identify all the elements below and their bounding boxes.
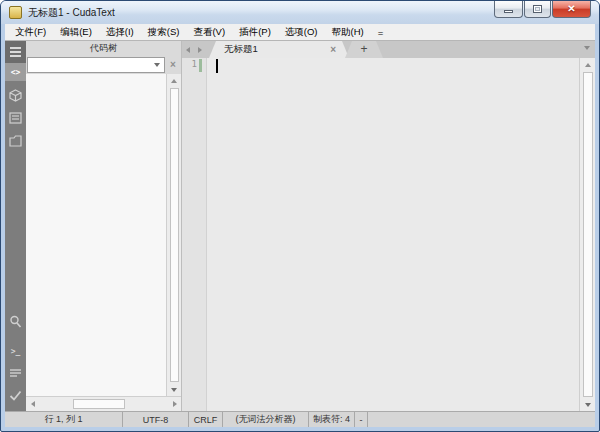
tabs-scroll-right-button[interactable] bbox=[194, 41, 206, 58]
project-icon bbox=[9, 89, 22, 102]
sidebar: <> bbox=[5, 41, 26, 411]
client-area: 文件(F) 编辑(E) 选择(I) 搜索(S) 查看(V) 插件(P) 选项(O… bbox=[5, 24, 595, 427]
arrow-down-icon bbox=[585, 403, 591, 407]
new-tab-button[interactable]: + bbox=[345, 41, 383, 58]
chevron-down-icon bbox=[154, 63, 160, 67]
arrow-left-icon bbox=[186, 47, 190, 53]
tab-label: 无标题1 bbox=[224, 43, 330, 56]
line-state-marker bbox=[199, 59, 202, 72]
status-lexer[interactable]: (无词法分析器) bbox=[223, 412, 309, 427]
status-filler bbox=[368, 412, 595, 427]
code-tree-vscrollbar[interactable] bbox=[166, 74, 181, 396]
sidebar-item-validate[interactable] bbox=[5, 385, 26, 405]
main-area: <> bbox=[5, 41, 595, 411]
editor-gutter: 1 bbox=[182, 58, 207, 411]
arrow-up-icon bbox=[171, 79, 177, 83]
scroll-down-button[interactable] bbox=[580, 398, 595, 411]
statusbar: 行 1, 列 1 UTF-8 CRLF (无词法分析器) 制表符: 4 - bbox=[5, 411, 595, 427]
maximize-button[interactable] bbox=[524, 1, 551, 18]
sidebar-item-project[interactable] bbox=[5, 85, 26, 105]
minimize-button[interactable] bbox=[494, 1, 523, 18]
scroll-up-button[interactable] bbox=[167, 74, 181, 87]
code-tree-icon: <> bbox=[11, 68, 21, 77]
file-icon bbox=[9, 135, 22, 147]
arrow-left-icon bbox=[31, 401, 35, 407]
code-tree-filter-combobox[interactable] bbox=[27, 57, 165, 73]
sidebar-menu-button[interactable] bbox=[5, 41, 26, 63]
window-controls: ✕ bbox=[493, 1, 591, 18]
editor-body: 1 bbox=[182, 58, 595, 411]
editor-vscrollbar[interactable] bbox=[579, 58, 595, 411]
code-tree-hscrollbar[interactable] bbox=[26, 396, 181, 411]
tab-close-icon[interactable]: × bbox=[330, 44, 336, 55]
code-tree-filter-input[interactable] bbox=[28, 59, 150, 71]
menu-help[interactable]: 帮助(H) bbox=[325, 25, 371, 40]
scroll-right-button[interactable] bbox=[168, 397, 181, 411]
validate-icon bbox=[9, 390, 22, 401]
arrow-down-icon bbox=[171, 388, 177, 392]
menu-options[interactable]: 选项(O) bbox=[278, 25, 325, 40]
sidebar-item-console[interactable]: >_ bbox=[5, 341, 26, 361]
tabbar: 无标题1 × + bbox=[182, 41, 595, 58]
menu-icon bbox=[10, 47, 21, 49]
sidebar-item-output[interactable] bbox=[5, 363, 26, 383]
arrow-right-icon bbox=[173, 401, 177, 407]
editor-text-area[interactable] bbox=[207, 58, 579, 411]
arrow-right-icon bbox=[198, 47, 202, 53]
status-tab-size[interactable]: 制表符: 4 bbox=[309, 412, 355, 427]
line-number: 1 bbox=[182, 59, 197, 69]
menu-plugins[interactable]: 插件(P) bbox=[232, 25, 278, 40]
scrollbar-thumb[interactable] bbox=[170, 88, 179, 382]
plus-icon: + bbox=[360, 43, 367, 55]
code-tree-body bbox=[26, 74, 181, 396]
combobox-dropdown-button[interactable] bbox=[150, 63, 164, 67]
minimize-icon bbox=[504, 10, 513, 13]
scrollbar-thumb[interactable] bbox=[73, 399, 125, 409]
tab-untitled1[interactable]: 无标题1 × bbox=[209, 41, 349, 58]
close-icon: ✕ bbox=[567, 4, 575, 14]
tabs-list-icon bbox=[9, 112, 22, 124]
console-icon: >_ bbox=[11, 347, 21, 356]
search-icon bbox=[9, 315, 22, 328]
text-caret bbox=[216, 59, 218, 73]
code-tree-close-button[interactable]: × bbox=[165, 56, 181, 74]
scrollbar-thumb[interactable] bbox=[583, 72, 593, 397]
sidebar-item-code-tree[interactable]: <> bbox=[5, 63, 26, 81]
arrow-up-icon bbox=[585, 63, 591, 67]
status-encoding[interactable]: UTF-8 bbox=[123, 412, 189, 427]
tabs-scroll-left-button[interactable] bbox=[182, 41, 194, 58]
code-tree-view[interactable] bbox=[26, 74, 166, 396]
sidebar-item-tabs-list[interactable] bbox=[5, 108, 26, 128]
editor-region: 无标题1 × + 1 bbox=[182, 41, 595, 411]
menu-extra[interactable]: = bbox=[371, 26, 391, 39]
menu-edit[interactable]: 编辑(E) bbox=[53, 25, 99, 40]
status-insert-mode[interactable]: - bbox=[355, 412, 368, 427]
titlebar[interactable]: 无标题1 - CudaText ✕ bbox=[1, 1, 599, 24]
menu-file[interactable]: 文件(F) bbox=[8, 25, 53, 40]
code-tree-panel: 代码树 × bbox=[26, 41, 182, 411]
window-title: 无标题1 - CudaText bbox=[28, 6, 115, 20]
app-window: 无标题1 - CudaText ✕ 文件(F) 编辑(E) 选择(I) 搜索(S… bbox=[0, 0, 600, 432]
scroll-left-button[interactable] bbox=[26, 397, 39, 411]
menubar: 文件(F) 编辑(E) 选择(I) 搜索(S) 查看(V) 插件(P) 选项(O… bbox=[5, 24, 595, 41]
chevron-down-icon bbox=[584, 46, 590, 50]
app-icon bbox=[9, 6, 22, 19]
code-tree-title: 代码树 bbox=[26, 41, 181, 56]
close-button[interactable]: ✕ bbox=[552, 1, 591, 18]
scroll-up-button[interactable] bbox=[580, 58, 595, 71]
output-icon bbox=[9, 368, 22, 379]
sidebar-item-file[interactable] bbox=[5, 131, 26, 151]
menu-search[interactable]: 搜索(S) bbox=[141, 25, 187, 40]
sidebar-item-search[interactable] bbox=[5, 311, 26, 331]
status-line-endings[interactable]: CRLF bbox=[189, 412, 223, 427]
scroll-down-button[interactable] bbox=[167, 383, 181, 396]
menu-selection[interactable]: 选择(I) bbox=[99, 25, 141, 40]
tab-list-menu-button[interactable] bbox=[584, 46, 590, 50]
maximize-icon bbox=[533, 5, 542, 13]
code-tree-toolbar: × bbox=[26, 56, 181, 74]
menu-view[interactable]: 查看(V) bbox=[186, 25, 232, 40]
status-caret-position: 行 1, 列 1 bbox=[5, 412, 123, 427]
